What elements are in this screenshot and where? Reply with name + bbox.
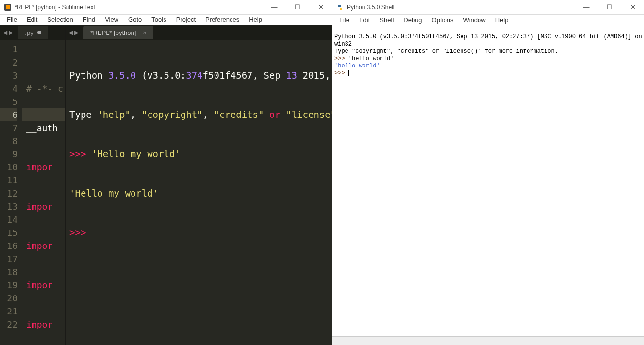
idle-user-input: 'hello world' [348, 55, 394, 62]
sublime-app-icon [4, 3, 12, 11]
group-nav-icon[interactable]: ◀ ▶ [66, 29, 82, 36]
repl-editor[interactable]: Python 3.5.0 (v3.5.0:374f501f4567, Sep 1… [66, 40, 332, 345]
idle-prompt: >>> [334, 70, 348, 77]
sublime-titlebar[interactable]: *REPL* [python] - Sublime Text — ☐ ✕ [0, 0, 332, 15]
tab-label: *REPL* [python] [90, 29, 136, 36]
menu-goto[interactable]: Goto [123, 15, 147, 24]
idle-titlebar[interactable]: Python 3.5.0 Shell — ☐ ✕ [332, 0, 644, 15]
menu-tools[interactable]: Tools [147, 15, 171, 24]
tab-py-file[interactable]: .py [18, 26, 48, 39]
repl-input-line: >>> 'Hello my world' [69, 148, 332, 161]
menu-file[interactable]: File [2, 15, 22, 24]
group-nav-icon[interactable]: ◀ ▶ [0, 29, 16, 36]
menu-view[interactable]: View [100, 15, 123, 24]
repl-type-line: Type "help", "copyright", "credits" or "… [69, 108, 332, 121]
dirty-indicator-icon [37, 31, 41, 34]
maximize-button[interactable]: ☐ [602, 3, 617, 11]
minimize-button[interactable]: — [267, 3, 281, 11]
menu-project[interactable]: Project [171, 15, 200, 24]
tab-repl[interactable]: *REPL* [python] × [83, 26, 153, 39]
maximize-button[interactable]: ☐ [290, 3, 305, 11]
left-editor[interactable]: 1 2 3 4 5 6 7 8 9 10 11 12 13 14 15 16 1 [0, 40, 65, 345]
idle-prompt: >>> [334, 55, 348, 62]
sublime-menubar: File Edit Selection Find View Goto Tools… [0, 15, 332, 25]
menu-window[interactable]: Window [458, 16, 490, 25]
idle-title: Python 3.5.0 Shell [347, 4, 579, 11]
idle-window: Python 3.5.0 Shell — ☐ ✕ File Edit Shell… [332, 0, 644, 345]
repl-header-line: Python 3.5.0 (v3.5.0:374f501f4567, Sep 1… [69, 69, 332, 82]
text-cursor-icon [348, 70, 349, 76]
sublime-body: ◀ ▶ .py 1 2 3 4 5 6 7 8 9 10 [0, 25, 332, 345]
idle-header-line: Python 3.5.0 (v3.5.0:374f501f4567, Sep 1… [334, 33, 644, 48]
python-app-icon [336, 3, 344, 11]
menu-file[interactable]: File [334, 16, 354, 25]
sublime-window: *REPL* [python] - Sublime Text — ☐ ✕ Fil… [0, 0, 332, 345]
line-gutter: 1 2 3 4 5 6 7 8 9 10 11 12 13 14 15 16 1 [0, 40, 22, 345]
idle-output: 'hello world' [334, 63, 380, 69]
repl-output[interactable]: Python 3.5.0 (v3.5.0:374f501f4567, Sep 1… [66, 40, 332, 345]
repl-output-line: 'Hello my world' [69, 187, 332, 200]
close-button[interactable]: ✕ [314, 3, 328, 11]
menu-selection[interactable]: Selection [42, 15, 78, 24]
menu-find[interactable]: Find [78, 15, 100, 24]
left-tab-row: ◀ ▶ .py [0, 25, 65, 40]
menu-preferences[interactable]: Preferences [200, 15, 244, 24]
idle-menubar: File Edit Shell Debug Options Window Hel… [332, 15, 644, 25]
svg-rect-1 [6, 5, 10, 9]
menu-debug[interactable]: Debug [398, 16, 427, 25]
close-button[interactable]: ✕ [626, 3, 640, 11]
tab-close-icon[interactable]: × [143, 29, 147, 36]
minimize-button[interactable]: — [579, 3, 594, 11]
left-editor-group: ◀ ▶ .py 1 2 3 4 5 6 7 8 9 10 [0, 25, 66, 345]
window-controls: — ☐ ✕ [579, 3, 640, 11]
menu-shell[interactable]: Shell [375, 16, 398, 25]
left-code[interactable]: # -*- c __auth impor impor impor impor i… [22, 40, 65, 345]
idle-shell-text[interactable]: Python 3.5.0 (v3.5.0:374f501f4567, Sep 1… [332, 25, 644, 336]
right-tab-row: ◀ ▶ *REPL* [python] × [66, 25, 332, 40]
tab-label: .py [25, 29, 33, 36]
menu-edit[interactable]: Edit [22, 15, 42, 24]
menu-help[interactable]: Help [491, 16, 513, 25]
idle-type-line: Type "copyright", "credits" or "license(… [334, 48, 558, 55]
right-editor-group: ◀ ▶ *REPL* [python] × Python 3.5.0 (v3.5… [66, 25, 332, 345]
repl-prompt: >>> [69, 226, 332, 239]
idle-statusbar [332, 336, 644, 345]
menu-help[interactable]: Help [244, 15, 267, 24]
sublime-title: *REPL* [python] - Sublime Text [15, 4, 267, 11]
menu-edit[interactable]: Edit [354, 16, 375, 25]
window-controls: — ☐ ✕ [267, 3, 328, 11]
menu-options[interactable]: Options [427, 16, 459, 25]
